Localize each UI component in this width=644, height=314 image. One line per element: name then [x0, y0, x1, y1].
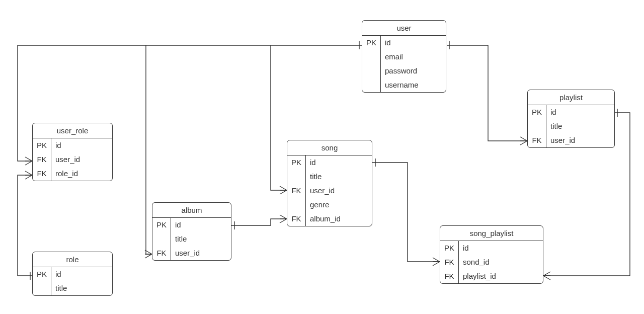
key-cell: PK: [362, 36, 380, 50]
key-cell: FK: [33, 152, 51, 167]
field-cell: email: [381, 50, 446, 64]
field-cell: id: [459, 241, 543, 255]
key-cell: PK: [440, 241, 458, 255]
entity-title: playlist: [528, 90, 614, 105]
entity-playlist: playlist PK FK id title user_id: [527, 90, 615, 148]
field-cell: id: [381, 36, 446, 50]
key-cell: FK: [287, 212, 305, 226]
field-cell: user_id: [51, 152, 112, 167]
key-cell: PK: [33, 267, 51, 281]
field-cell: title: [51, 281, 112, 295]
field-cell: id: [51, 138, 112, 152]
field-cell: password: [381, 64, 446, 78]
field-cell: id: [306, 155, 372, 170]
entity-user-role: user_role PK FK FK id user_id role_id: [32, 123, 113, 181]
key-cell: FK: [33, 167, 51, 181]
key-cell: PK: [528, 105, 546, 119]
entity-title: user: [362, 21, 446, 36]
key-cell: FK: [152, 246, 171, 260]
key-cell: FK: [440, 269, 458, 283]
entity-title: song: [287, 140, 372, 155]
field-cell: id: [51, 267, 112, 281]
key-cell: PK: [33, 138, 51, 152]
field-cell: album_id: [306, 212, 372, 226]
key-cell: [287, 198, 305, 212]
field-cell: user_id: [171, 246, 231, 260]
entity-title: user_role: [33, 123, 112, 138]
entity-title: album: [152, 203, 231, 218]
key-cell: PK: [152, 218, 171, 232]
entity-song-playlist: song_playlist PK FK FK id sond_id playli…: [440, 225, 543, 284]
entity-user: user PK id email password username: [362, 20, 446, 93]
field-cell: title: [546, 119, 614, 133]
key-cell: [362, 50, 380, 64]
entity-title: role: [33, 252, 112, 267]
key-cell: [362, 64, 380, 78]
field-cell: title: [306, 170, 372, 184]
entity-song: song PK FK FK id title user_id genre alb…: [287, 140, 372, 226]
field-cell: playlist_id: [459, 269, 543, 283]
field-cell: username: [381, 78, 446, 92]
key-cell: PK: [287, 155, 305, 170]
field-cell: user_id: [306, 184, 372, 198]
entity-album: album PK FK id title user_id: [152, 202, 231, 261]
entity-role: role PK id title: [32, 252, 113, 296]
field-cell: user_id: [546, 133, 614, 147]
key-cell: FK: [528, 133, 546, 147]
field-cell: genre: [306, 198, 372, 212]
field-cell: role_id: [51, 167, 112, 181]
key-cell: [287, 170, 305, 184]
key-cell: FK: [440, 255, 458, 269]
field-cell: id: [171, 218, 231, 232]
key-cell: [362, 78, 380, 92]
key-cell: [33, 281, 51, 295]
entity-title: song_playlist: [440, 226, 543, 241]
field-cell: title: [171, 232, 231, 246]
key-cell: [528, 119, 546, 133]
field-cell: sond_id: [459, 255, 543, 269]
key-cell: [152, 232, 171, 246]
field-cell: id: [546, 105, 614, 119]
key-cell: FK: [287, 184, 305, 198]
